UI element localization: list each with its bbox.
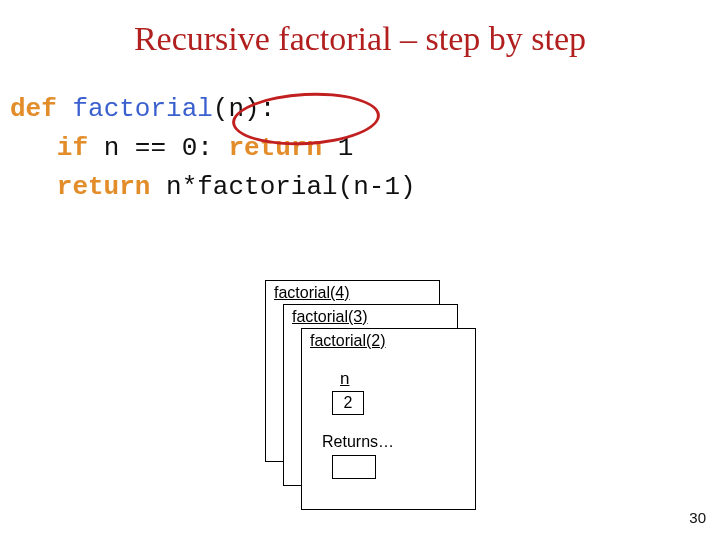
variable-value-box: 2 <box>332 391 364 415</box>
page-number: 30 <box>689 509 706 526</box>
returns-label: Returns… <box>322 433 394 451</box>
code-line-3: return n*factorial(n-1) <box>10 168 416 207</box>
code-text: n == 0: <box>88 133 228 163</box>
keyword-def: def <box>10 94 57 124</box>
keyword-if: if <box>57 133 88 163</box>
variable-name: n <box>340 369 349 389</box>
function-name: factorial <box>72 94 212 124</box>
stack-frame-3: factorial(2) n 2 Returns… <box>301 328 476 510</box>
returns-value-box <box>332 455 376 479</box>
code-text: n*factorial(n-1) <box>150 172 415 202</box>
slide-title: Recursive factorial – step by step <box>0 0 720 58</box>
keyword-return: return <box>57 172 151 202</box>
frame-label: factorial(3) <box>284 305 457 326</box>
frame-label: factorial(4) <box>266 281 439 302</box>
frame-label: factorial(2) <box>302 329 475 350</box>
